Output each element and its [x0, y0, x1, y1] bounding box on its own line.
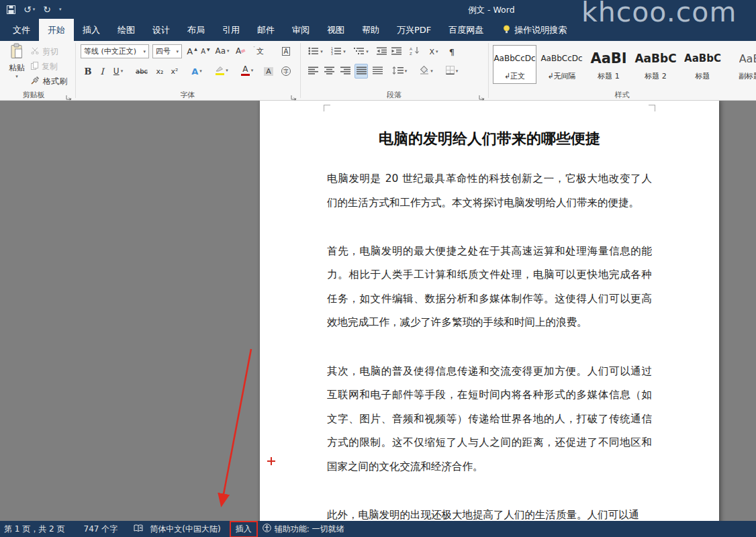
clear-formatting-button[interactable]: A	[234, 44, 247, 58]
justify-button[interactable]	[355, 64, 368, 79]
sort-icon: AZ	[410, 46, 420, 57]
style-card-3[interactable]: AaBbC标题 2	[634, 45, 677, 84]
clipboard-group-label: 剪贴板	[0, 90, 67, 100]
align-left-button[interactable]	[306, 64, 320, 79]
bold-button[interactable]: B	[82, 64, 94, 79]
tab-wanxing-pdf[interactable]: 万兴PDF	[388, 19, 440, 41]
asian-layout-button[interactable]: X▾	[426, 44, 442, 59]
document-line[interactable]: 国家之间的文化交流和经济合作。	[327, 455, 652, 479]
tab-insert[interactable]: 插入	[74, 19, 109, 41]
superscript-button[interactable]: x²	[168, 64, 181, 79]
document-line[interactable]: 首先，电脑发明的最大便捷之处在于其高速运算和处理海量信息的能	[327, 240, 652, 264]
paste-button[interactable]: 粘贴 ▾	[3, 43, 30, 89]
text-effects-button[interactable]: A▾	[188, 64, 205, 79]
style-preview: AaBbCcDc	[540, 46, 582, 71]
language-indicator[interactable]: 简体中文(中国大陆)	[150, 524, 220, 535]
tab-draw[interactable]: 绘图	[109, 19, 144, 41]
font-name-dropdown-icon: ▾	[143, 49, 146, 54]
save-icon[interactable]	[7, 5, 15, 14]
copy-button[interactable]: 复制	[31, 60, 58, 73]
enclose-characters-button[interactable]: 字	[279, 64, 293, 79]
svg-text:Z: Z	[410, 52, 412, 55]
tell-me-search[interactable]: 操作说明搜索	[503, 19, 567, 41]
tab-review[interactable]: 审阅	[283, 19, 318, 41]
style-card-4[interactable]: AaBbC标题	[681, 45, 724, 84]
underline-button[interactable]: U▾	[109, 64, 127, 79]
increase-indent-button[interactable]	[389, 44, 403, 59]
line-spacing-button[interactable]: ▾	[389, 64, 410, 79]
tab-view[interactable]: 视图	[318, 19, 353, 41]
cut-button[interactable]: 剪切	[31, 45, 58, 58]
tab-references[interactable]: 引用	[214, 19, 248, 41]
document-line[interactable]: 方式的限制。这不仅缩短了人与人之间的距离，还促进了不同地区和	[327, 431, 652, 455]
style-card-1[interactable]: AaBbCcDc↲无间隔	[540, 45, 583, 84]
phonetic-guide-button[interactable]: ˇ文	[251, 44, 266, 58]
change-case-button[interactable]: Aa▾	[214, 44, 230, 58]
clipboard-dialog-launcher[interactable]	[66, 91, 73, 97]
numbering-button[interactable]: 123 ▾	[329, 44, 348, 59]
show-hide-marks-button[interactable]: ¶	[446, 44, 458, 59]
redo-button[interactable]: ↻	[43, 4, 51, 15]
customize-qat-dropdown[interactable]: ▾	[59, 7, 62, 12]
distribute-button[interactable]	[371, 64, 384, 79]
accessibility-label: 辅助功能: 一切就绪	[275, 524, 344, 535]
page-number-indicator[interactable]: 第 1 页，共 2 页	[4, 524, 65, 535]
accessibility-status[interactable]: 辅助功能: 一切就绪	[263, 524, 344, 535]
italic-button[interactable]: I	[97, 64, 107, 79]
multilevel-list-button[interactable]: ▾	[352, 44, 371, 59]
paragraph-3: 此外，电脑发明的出现还极大地提高了人们的生活质量。人们可以通	[327, 503, 652, 521]
font-size-value: 四号	[156, 46, 171, 56]
font-color-button[interactable]: A ▾	[238, 63, 256, 78]
document-line[interactable]: 效地完成工作，减少了许多繁琐的手续和时间上的浪费。	[327, 311, 652, 335]
character-border-button[interactable]: A	[279, 44, 293, 58]
format-painter-button[interactable]: 格式刷	[31, 75, 67, 88]
word-count[interactable]: 747 个字	[84, 524, 118, 535]
tab-baidu-netdisk[interactable]: 百度网盘	[440, 19, 492, 41]
paragraph-0: 电脑发明是 20 世纪最具革命性的科技创新之一，它极大地改变了人们的生活方式和工…	[327, 167, 652, 215]
proofing-status-icon[interactable]	[134, 524, 143, 534]
font-dialog-launcher[interactable]	[291, 91, 297, 97]
document-line[interactable]: 互联网和电子邮件等手段，在短时间内将各种形式的多媒体信息（如	[327, 383, 652, 407]
document-line[interactable]: 们的生活方式和工作方式。本文将探讨电脑发明给人们带来的便捷。	[327, 191, 652, 215]
align-center-button[interactable]	[322, 64, 336, 79]
style-card-5[interactable]: AaB副标题	[728, 45, 756, 84]
character-shading-button[interactable]: A	[262, 64, 275, 79]
style-name: 标题	[696, 71, 710, 81]
font-size-combo[interactable]: 四号 ▾	[152, 44, 182, 58]
document-line[interactable]: 任务，如文件编辑、数据分析和多媒体制作等。这使得人们可以更高	[327, 287, 652, 311]
text-highlight-button[interactable]: ▾	[211, 63, 232, 78]
style-card-2[interactable]: AaBI标题 1	[587, 45, 630, 84]
document-title[interactable]: 电脑的发明给人们带来的哪些便捷	[327, 129, 652, 149]
tab-layout[interactable]: 布局	[179, 19, 214, 41]
document-line[interactable]: 电脑发明是 20 世纪最具革命性的科技创新之一，它极大地改变了人	[327, 167, 652, 191]
document-line[interactable]: 力。相比于人类手工计算和纸质文件处理，电脑可以更快地完成各种	[327, 263, 652, 287]
tab-mailings[interactable]: 邮件	[248, 19, 283, 41]
undo-button[interactable]: ↺▾	[23, 4, 35, 15]
document-line[interactable]: 此外，电脑发明的出现还极大地提高了人们的生活质量。人们可以通	[327, 503, 652, 521]
shrink-font-button[interactable]: A▼	[199, 44, 211, 58]
annotation-highlight-box	[230, 521, 258, 537]
subscript-button[interactable]: x₂	[153, 64, 167, 79]
sort-button[interactable]: AZ	[407, 44, 422, 59]
document-page[interactable]: 电脑的发明给人们带来的哪些便捷 电脑发明是 20 世纪最具革命性的科技创新之一，…	[260, 101, 719, 521]
borders-button[interactable]: ▾	[442, 64, 462, 79]
strikethrough-button[interactable]: abc	[133, 64, 150, 79]
font-name-combo[interactable]: 等线 (中文正文) ▾	[81, 44, 149, 58]
grow-font-button[interactable]: A▲	[186, 44, 198, 58]
paragraph-dialog-launcher[interactable]	[479, 91, 485, 97]
style-card-0[interactable]: AaBbCcDc↲正文	[493, 45, 536, 84]
insert-mode-indicator[interactable]: 插入	[234, 524, 253, 535]
margin-crop-mark	[324, 105, 330, 111]
bullets-button[interactable]: ▾	[306, 44, 325, 59]
paragraph-1: 首先，电脑发明的最大便捷之处在于其高速运算和处理海量信息的能力。相比于人类手工计…	[327, 240, 652, 335]
shading-button[interactable]: ▾	[416, 64, 436, 79]
tab-design[interactable]: 设计	[144, 19, 179, 41]
document-line[interactable]: 文字、图片、音频和视频等）传递给世界各地的人，打破了传统通信	[327, 407, 652, 432]
tab-file[interactable]: 文件	[4, 19, 39, 41]
document-line[interactable]: 其次，电脑的普及使得信息传递和交流变得更加方便。人们可以通过	[327, 360, 652, 384]
decrease-indent-button[interactable]	[375, 44, 388, 59]
tab-home[interactable]: 开始	[39, 19, 74, 41]
multilevel-list-icon	[354, 47, 365, 57]
tab-help[interactable]: 帮助	[353, 19, 388, 41]
align-right-button[interactable]	[338, 64, 352, 79]
